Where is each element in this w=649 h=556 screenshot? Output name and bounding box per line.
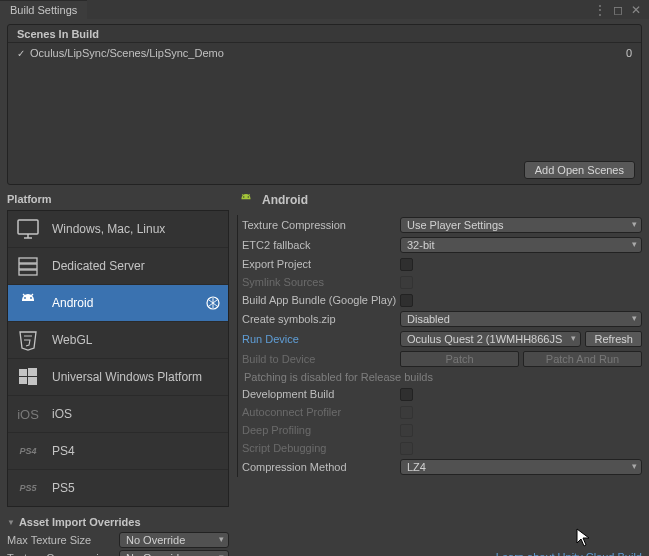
menu-icon[interactable]: ⋮ — [593, 3, 607, 17]
svg-line-9 — [31, 294, 33, 296]
asset-import-overrides: ▼ Asset Import Overrides Max Texture Siz… — [7, 513, 229, 556]
scene-row[interactable]: ✓ Oculus/LipSync/Scenes/LipSync_Demo 0 — [17, 47, 632, 59]
right-panel-header: Android — [262, 193, 308, 207]
svg-point-6 — [24, 297, 26, 299]
svg-point-16 — [248, 196, 249, 197]
svg-rect-12 — [28, 368, 37, 376]
svg-point-7 — [30, 297, 32, 299]
windows-icon — [16, 365, 40, 389]
autoconnect-profiler-checkbox — [400, 406, 413, 419]
platform-dedicated-server[interactable]: Dedicated Server — [8, 248, 228, 285]
svg-rect-14 — [28, 377, 37, 385]
ios-icon: iOS — [16, 402, 40, 426]
svg-rect-4 — [19, 264, 37, 269]
scene-index: 0 — [626, 47, 632, 59]
svg-point-15 — [243, 196, 244, 197]
platform-label: PS4 — [52, 444, 220, 458]
script-debugging-label: Script Debugging — [242, 442, 400, 454]
server-icon — [16, 254, 40, 278]
run-device-dropdown[interactable]: Oculus Quest 2 (1WMHH866JS — [400, 331, 581, 347]
triangle-icon: ▼ — [7, 518, 15, 527]
scenes-panel: Scenes In Build ✓ Oculus/LipSync/Scenes/… — [7, 24, 642, 185]
texture-compression-label: Texture Compression — [242, 219, 400, 231]
patch-and-run-button: Patch And Run — [523, 351, 642, 367]
maximize-icon[interactable]: ◻ — [611, 3, 625, 17]
platform-ps5[interactable]: PS5 PS5 — [8, 470, 228, 506]
svg-rect-5 — [19, 270, 37, 275]
window-tab[interactable]: Build Settings — [0, 0, 87, 19]
development-build-checkbox[interactable] — [400, 388, 413, 401]
platform-label: PS5 — [52, 481, 220, 495]
svg-rect-0 — [18, 220, 38, 234]
symlink-sources-label: Symlink Sources — [242, 276, 400, 288]
texture-compression-override-dropdown[interactable]: No Override — [119, 550, 229, 556]
platform-ios[interactable]: iOS iOS — [8, 396, 228, 433]
overrides-header[interactable]: ▼ Asset Import Overrides — [7, 513, 229, 531]
platform-label: WebGL — [52, 333, 220, 347]
platform-ps4[interactable]: PS4 PS4 — [8, 433, 228, 470]
platform-header: Platform — [7, 191, 229, 210]
platform-list: Windows, Mac, Linux Dedicated Server And… — [7, 210, 229, 507]
webgl-icon — [16, 328, 40, 352]
unity-badge-icon — [206, 296, 220, 310]
scenes-list[interactable]: ✓ Oculus/LipSync/Scenes/LipSync_Demo 0 — [8, 43, 641, 157]
autoconnect-profiler-label: Autoconnect Profiler — [242, 406, 400, 418]
cloud-build-link[interactable]: Learn about Unity Cloud Build — [237, 547, 642, 556]
symlink-sources-checkbox — [400, 276, 413, 289]
titlebar: Build Settings ⋮ ◻ ✕ — [0, 0, 649, 19]
check-icon[interactable]: ✓ — [17, 48, 25, 59]
texture-compression-override-label: Texture Compression — [7, 552, 119, 556]
ps5-icon: PS5 — [16, 476, 40, 500]
platform-label: Android — [52, 296, 194, 310]
desktop-icon — [16, 217, 40, 241]
patch-button: Patch — [400, 351, 519, 367]
deep-profiling-checkbox — [400, 424, 413, 437]
android-icon — [237, 191, 255, 209]
texture-compression-dropdown[interactable]: Use Player Settings — [400, 217, 642, 233]
max-texture-size-dropdown[interactable]: No Override — [119, 532, 229, 548]
deep-profiling-label: Deep Profiling — [242, 424, 400, 436]
ps4-icon: PS4 — [16, 439, 40, 463]
create-symbols-dropdown[interactable]: Disabled — [400, 311, 642, 327]
svg-line-8 — [23, 294, 25, 296]
scenes-header: Scenes In Build — [8, 25, 641, 43]
platform-label: Windows, Mac, Linux — [52, 222, 220, 236]
platform-android[interactable]: Android — [8, 285, 228, 322]
refresh-button[interactable]: Refresh — [585, 331, 642, 347]
max-texture-size-label: Max Texture Size — [7, 534, 119, 546]
build-to-device-label: Build to Device — [242, 353, 400, 365]
etc2-fallback-label: ETC2 fallback — [242, 239, 400, 251]
platform-label: iOS — [52, 407, 220, 421]
svg-rect-11 — [19, 369, 27, 376]
export-project-checkbox[interactable] — [400, 258, 413, 271]
platform-uwp[interactable]: Universal Windows Platform — [8, 359, 228, 396]
compression-method-label: Compression Method — [242, 461, 400, 473]
platform-label: Dedicated Server — [52, 259, 220, 273]
svg-rect-3 — [19, 258, 37, 263]
compression-method-dropdown[interactable]: LZ4 — [400, 459, 642, 475]
android-icon — [16, 291, 40, 315]
script-debugging-checkbox — [400, 442, 413, 455]
close-icon[interactable]: ✕ — [629, 3, 643, 17]
svg-rect-13 — [19, 377, 27, 384]
platform-windows-mac-linux[interactable]: Windows, Mac, Linux — [8, 211, 228, 248]
platform-webgl[interactable]: WebGL — [8, 322, 228, 359]
run-device-label[interactable]: Run Device — [242, 333, 400, 345]
platform-label: Universal Windows Platform — [52, 370, 220, 384]
build-app-bundle-checkbox[interactable] — [400, 294, 413, 307]
export-project-label: Export Project — [242, 258, 400, 270]
build-app-bundle-label: Build App Bundle (Google Play) — [242, 294, 400, 306]
add-open-scenes-button[interactable]: Add Open Scenes — [524, 161, 635, 179]
create-symbols-label: Create symbols.zip — [242, 313, 400, 325]
svg-line-17 — [242, 194, 244, 196]
scene-path: Oculus/LipSync/Scenes/LipSync_Demo — [30, 47, 224, 59]
etc2-fallback-dropdown[interactable]: 32-bit — [400, 237, 642, 253]
development-build-label: Development Build — [242, 388, 400, 400]
svg-line-18 — [248, 194, 250, 196]
patch-hint: Patching is disabled for Release builds — [238, 369, 642, 385]
